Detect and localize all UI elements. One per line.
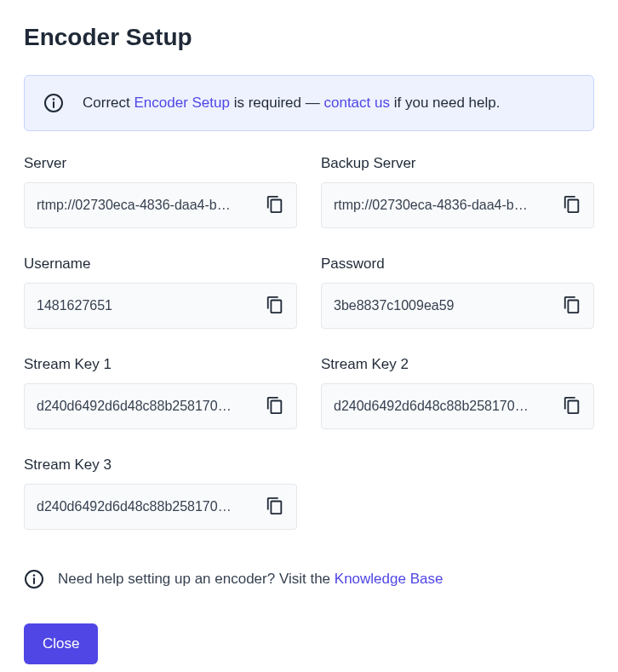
field-value-backup-server: rtmp://02730eca-4836-daa4-b… xyxy=(334,198,556,213)
field-stream-key-1: Stream Key 1 d240d6492d6d48c88b258170… xyxy=(24,356,297,429)
alert-middle: is required — xyxy=(230,95,324,111)
field-value-stream-key-3: d240d6492d6d48c88b258170… xyxy=(37,499,259,514)
field-value-stream-key-2: d240d6492d6d48c88b258170… xyxy=(334,399,556,414)
copy-button-stream-key-2[interactable] xyxy=(563,396,581,417)
copy-button-stream-key-3[interactable] xyxy=(266,497,284,518)
field-box-stream-key-3: d240d6492d6d48c88b258170… xyxy=(24,484,297,530)
field-value-password: 3be8837c1009ea59 xyxy=(334,298,556,313)
field-password: Password 3be8837c1009ea59 xyxy=(321,256,594,329)
field-box-username: 1481627651 xyxy=(24,283,297,329)
copy-button-backup-server[interactable] xyxy=(563,195,581,216)
field-box-stream-key-1: d240d6492d6d48c88b258170… xyxy=(24,383,297,429)
copy-icon xyxy=(563,195,581,216)
field-stream-key-3: Stream Key 3 d240d6492d6d48c88b258170… xyxy=(24,457,297,530)
field-username: Username 1481627651 xyxy=(24,256,297,329)
alert-text: Correct Encoder Setup is required — cont… xyxy=(83,95,500,112)
field-label-backup-server: Backup Server xyxy=(321,155,594,172)
copy-icon xyxy=(266,296,284,317)
field-label-stream-key-1: Stream Key 1 xyxy=(24,356,297,373)
copy-icon xyxy=(563,396,581,417)
field-label-stream-key-2: Stream Key 2 xyxy=(321,356,594,373)
knowledge-base-link[interactable]: Knowledge Base xyxy=(335,571,443,587)
copy-icon xyxy=(266,195,284,216)
copy-button-password[interactable] xyxy=(563,296,581,317)
alert-banner: Correct Encoder Setup is required — cont… xyxy=(24,75,594,131)
close-button[interactable]: Close xyxy=(24,623,98,664)
encoder-setup-link[interactable]: Encoder Setup xyxy=(134,95,229,111)
copy-button-stream-key-1[interactable] xyxy=(266,396,284,417)
field-grid: Server rtmp://02730eca-4836-daa4-b… Back… xyxy=(24,155,594,530)
field-label-password: Password xyxy=(321,256,594,273)
field-label-stream-key-3: Stream Key 3 xyxy=(24,457,297,474)
info-icon xyxy=(24,569,44,589)
page-title: Encoder Setup xyxy=(24,24,594,51)
empty-cell xyxy=(321,457,594,530)
help-row: Need help setting up an encoder? Visit t… xyxy=(24,569,594,589)
copy-icon xyxy=(563,296,581,317)
info-icon xyxy=(43,93,64,113)
field-value-stream-key-1: d240d6492d6d48c88b258170… xyxy=(37,399,259,414)
field-box-server: rtmp://02730eca-4836-daa4-b… xyxy=(24,182,297,228)
field-label-username: Username xyxy=(24,256,297,273)
contact-us-link[interactable]: contact us xyxy=(323,95,390,111)
field-value-server: rtmp://02730eca-4836-daa4-b… xyxy=(37,198,259,213)
field-server: Server rtmp://02730eca-4836-daa4-b… xyxy=(24,155,297,228)
field-stream-key-2: Stream Key 2 d240d6492d6d48c88b258170… xyxy=(321,356,594,429)
help-prefix: Need help setting up an encoder? Visit t… xyxy=(58,571,335,587)
field-box-password: 3be8837c1009ea59 xyxy=(321,283,594,329)
copy-icon xyxy=(266,396,284,417)
field-box-stream-key-2: d240d6492d6d48c88b258170… xyxy=(321,383,594,429)
help-text: Need help setting up an encoder? Visit t… xyxy=(58,571,443,588)
field-value-username: 1481627651 xyxy=(37,298,259,313)
copy-icon xyxy=(266,497,284,518)
alert-prefix: Correct xyxy=(83,95,134,111)
field-backup-server: Backup Server rtmp://02730eca-4836-daa4-… xyxy=(321,155,594,228)
alert-suffix: if you need help. xyxy=(390,95,500,111)
field-label-server: Server xyxy=(24,155,297,172)
field-box-backup-server: rtmp://02730eca-4836-daa4-b… xyxy=(321,182,594,228)
copy-button-username[interactable] xyxy=(266,296,284,317)
copy-button-server[interactable] xyxy=(266,195,284,216)
